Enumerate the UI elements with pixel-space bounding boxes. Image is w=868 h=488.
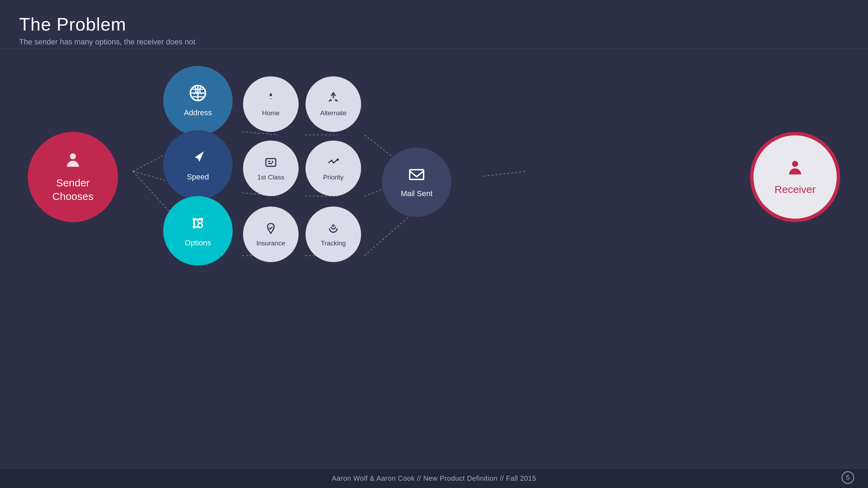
- address-label: Address: [184, 108, 212, 117]
- speed-label: Speed: [187, 173, 209, 182]
- home-label: Home: [262, 109, 280, 117]
- svg-point-13: [70, 153, 76, 159]
- speed-icon: [189, 148, 207, 170]
- alternate-node: Alternate: [306, 76, 361, 132]
- address-icon: [189, 84, 207, 106]
- tracking-label: Tracking: [321, 239, 346, 247]
- options-icon: [189, 214, 207, 236]
- mailsent-node: Mail Sent: [382, 148, 451, 217]
- diagram: SenderChooses Address Speed: [0, 56, 868, 469]
- priority-node: Priority: [306, 141, 361, 196]
- sender-icon: [64, 151, 82, 173]
- insurance-node: Insurance: [243, 207, 299, 262]
- firstclass-icon: [264, 156, 277, 172]
- alternate-label: Alternate: [320, 109, 347, 117]
- mailsent-icon: [408, 166, 425, 186]
- receiver-node: Receiver: [750, 132, 840, 222]
- svg-rect-22: [266, 158, 276, 166]
- priority-icon: [327, 156, 340, 172]
- tracking-icon: [327, 222, 340, 238]
- priority-label: Priority: [323, 174, 343, 181]
- options-node: Options: [163, 196, 233, 266]
- svg-rect-19: [410, 170, 424, 179]
- svg-point-15: [197, 92, 200, 95]
- svg-point-21: [270, 96, 272, 98]
- mailsent-label: Mail Sent: [401, 189, 433, 198]
- svg-line-3: [242, 132, 278, 135]
- firstclass-node: 1st Class: [243, 141, 299, 196]
- page-subtitle: The sender has many options, the receive…: [19, 37, 195, 47]
- page-number: 5: [842, 471, 854, 484]
- sender-label: SenderChooses: [52, 176, 93, 203]
- home-node: Home: [243, 76, 299, 132]
- header: The Problem The sender has many options,…: [19, 14, 195, 47]
- divider: [0, 49, 868, 49]
- tracking-node: Tracking: [306, 207, 361, 262]
- svg-point-20: [792, 161, 798, 167]
- connection-lines: [0, 56, 868, 469]
- footer-text: Aaron Wolf & Aaron Cook // New Product D…: [332, 474, 536, 482]
- svg-point-16: [193, 218, 196, 221]
- svg-line-12: [484, 171, 527, 176]
- alternate-icon: [327, 92, 340, 108]
- receiver-icon: [786, 159, 804, 181]
- insurance-icon: [264, 222, 277, 238]
- svg-point-18: [193, 226, 196, 229]
- insurance-label: Insurance: [256, 239, 285, 247]
- sender-node: SenderChooses: [28, 132, 118, 222]
- footer: Aaron Wolf & Aaron Cook // New Product D…: [0, 469, 868, 488]
- receiver-label: Receiver: [775, 184, 816, 195]
- address-node: Address: [163, 66, 233, 135]
- speed-node: Speed: [163, 130, 233, 200]
- firstclass-label: 1st Class: [257, 174, 284, 181]
- home-icon: [264, 92, 277, 108]
- page-title: The Problem: [19, 14, 195, 35]
- options-label: Options: [185, 238, 211, 247]
